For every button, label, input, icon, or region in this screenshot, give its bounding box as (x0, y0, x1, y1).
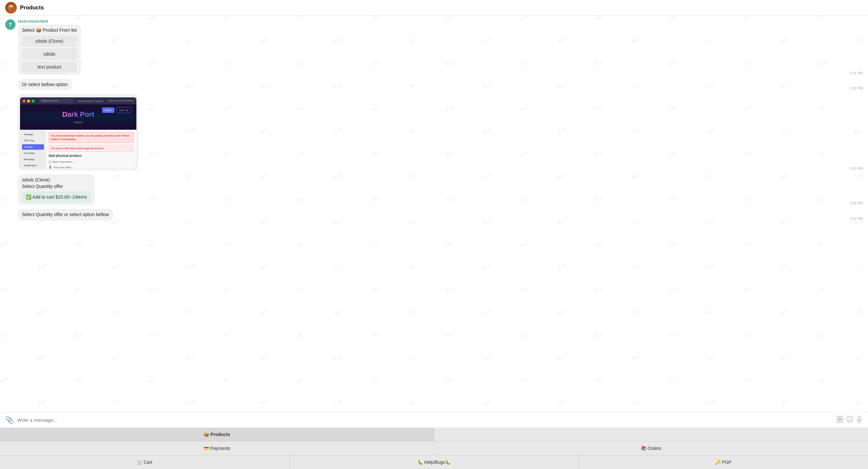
keyboard-btn-pgp[interactable]: 🔑 PGP (579, 456, 868, 469)
svg-rect-0 (837, 416, 840, 419)
svg-rect-1 (840, 416, 843, 419)
emoji-button[interactable] (846, 416, 853, 424)
sidebar-settings: Settings (22, 131, 44, 137)
mic-button[interactable] (856, 416, 863, 424)
bubble-text-2: Or select bellow option (22, 82, 68, 87)
attach-button[interactable]: 📎 (5, 416, 14, 424)
timestamp-4: 3:02 PM (849, 201, 863, 205)
timestamp-2: 3:02 PM (849, 86, 863, 90)
keyboard-row-3: 🛒 Cart 🐛 Help/Bugs🐛 🔑 PGP (0, 455, 868, 469)
img-bottom: Settings PDF Key Vendek Purchase Message… (20, 130, 136, 169)
bubble-wrap-2: Or select bellow option (18, 79, 72, 91)
form-label-basic: Basic information (53, 160, 72, 164)
img-body: Dark Port Market Log in Sign Up (20, 105, 136, 130)
timestamp-3: 3:02 PM (849, 167, 863, 171)
form-icon-price: 💲 (49, 165, 52, 169)
message-row-3: darkport.market/... Admin panel | Suppor… (5, 94, 863, 171)
img-main: You have JavaScript enabled, you are put… (46, 130, 136, 169)
keyboard-btn-cart[interactable]: 🛒 Cart (0, 456, 289, 469)
sidebar-vendek: Vendek (22, 144, 44, 150)
chat-header: 📦 Products (0, 0, 868, 16)
bubble-1: Select 📦 Product From list sdsds (Clone)… (18, 25, 81, 75)
message-row-4: sdsds (Clone) Select Quantity offer ✅ Ad… (5, 174, 863, 205)
header-avatar-emoji: 📦 (7, 4, 14, 11)
svg-point-4 (847, 416, 852, 422)
header-title: Products (20, 4, 44, 11)
sidebar-purchase: Purchase (22, 150, 44, 156)
signup-btn-img: Sign Up (116, 107, 131, 113)
message-row-1: T testconnectbot Select 📦 Product From l… (5, 19, 863, 75)
bubble-text-1: Select 📦 Product From list (22, 28, 77, 33)
chat-area: BOTBOTBOTBOTBOTBOTBOTBOTBOTBOTBOTBOTBOTB… (0, 16, 868, 412)
bubble-4: sdsds (Clone) Select Quantity offer ✅ Ad… (18, 174, 95, 205)
form-title: Add physical product (49, 154, 134, 158)
login-btn-img: Log in (102, 107, 115, 113)
keyboard-row-1: 📦 Products (0, 428, 868, 441)
button-text-product[interactable]: text product (22, 61, 77, 72)
bubble-text-5: Select Quantity offer or select option b… (22, 212, 109, 217)
message-group-5: Select Quantity offer or select option b… (5, 209, 863, 221)
message-group-4: sdsds (Clone) Select Quantity offer ✅ Ad… (5, 174, 863, 205)
avatar-testconnectbot: T (5, 20, 16, 30)
button-sdsds[interactable]: sdsds (22, 49, 77, 60)
svg-rect-3 (840, 419, 843, 422)
message-input[interactable] (17, 417, 833, 423)
sticker-button[interactable] (836, 416, 843, 424)
input-bar: 📎 (0, 412, 868, 428)
sidebar-notification: Notification (22, 163, 44, 168)
bubble-2: Or select bellow option (18, 79, 72, 91)
warning-bar: You have JavaScript enabled, you are put… (49, 132, 134, 143)
input-right-icons (836, 416, 863, 424)
button-sdsds-clone[interactable]: sdsds (Clone) (22, 36, 77, 47)
message-row-2: Or select bellow option 3:02 PM (5, 79, 863, 91)
form-icon-basic: ⓘ (49, 160, 51, 164)
bubble-wrap-4: sdsds (Clone) Select Quantity offer ✅ Ad… (18, 174, 95, 205)
keyboard-btn-helpbugs[interactable]: 🐛 Help/Bugs🐛 (289, 456, 579, 469)
dot-red (23, 99, 26, 102)
add-to-cart-button[interactable]: ✅ Add to cart $10.00--1/items (22, 192, 91, 203)
error-notice: The picture field has invalid image dime… (49, 145, 134, 152)
form-label-price: Price and offers (53, 166, 71, 169)
message-group-2: Or select bellow option 3:02 PM (5, 79, 863, 91)
keyboard-btn-orders[interactable]: 📚 Orders (434, 441, 868, 455)
svg-point-5 (848, 418, 849, 419)
product-image-inner: darkport.market/... Admin panel | Suppor… (20, 97, 136, 169)
sender-name-1: testconnectbot (18, 19, 81, 24)
product-image: darkport.market/... Admin panel | Suppor… (20, 97, 136, 169)
img-topbar: darkport.market/... Admin panel | Suppor… (20, 97, 136, 105)
form-row-basic: ⓘ Basic information (49, 160, 134, 164)
bubble-5: Select Quantity offer or select option b… (18, 209, 113, 221)
keyboard-btn-empty[interactable] (434, 428, 868, 441)
img-sidebar: Settings PDF Key Vendek Purchase Message… (20, 130, 46, 169)
form-row-price: 💲 Price and offers (49, 165, 134, 169)
svg-point-6 (850, 418, 851, 419)
dot-yellow (27, 99, 30, 102)
dark-port-sub: Market (62, 120, 94, 124)
message-group-1: T testconnectbot Select 📦 Product From l… (5, 19, 863, 75)
message-row-5: Select Quantity offer or select option b… (5, 209, 863, 221)
bubble-wrap-1: testconnectbot Select 📦 Product From lis… (18, 19, 81, 75)
svg-rect-2 (837, 419, 840, 422)
bubble-wrap-3: darkport.market/... Admin panel | Suppor… (18, 94, 138, 171)
bubble-wrap-5: Select Quantity offer or select option b… (18, 209, 113, 221)
keyboard-row-2: 💳 Payments 📚 Orders (0, 441, 868, 455)
chat-content: T testconnectbot Select 📦 Product From l… (0, 16, 868, 228)
header-avatar: 📦 (5, 2, 17, 13)
url-bar: darkport.market/... (39, 99, 73, 103)
svg-rect-7 (858, 416, 860, 420)
keyboard-btn-products[interactable]: 📦 Products (0, 428, 434, 441)
dark-port-logo: Dark Port (62, 110, 94, 120)
timestamp-5: 3:02 PM (849, 217, 863, 221)
select-qty-text: Select Quantity offer (22, 183, 91, 190)
product-name-text: sdsds (Clone) (22, 177, 91, 183)
keyboard-btn-payments[interactable]: 💳 Payments (0, 441, 434, 455)
message-group-3: darkport.market/... Admin panel | Suppor… (5, 94, 863, 171)
dot-green (32, 99, 35, 102)
timestamp-1: 3:01 PM (849, 71, 863, 75)
sidebar-message: Message (22, 156, 44, 162)
sidebar-pdf-key: PDF Key (22, 138, 44, 143)
bitcoin-text: ₿ Bitcoin btc/USD $36743 (108, 99, 134, 102)
img-top-buttons: Log in Sign Up (102, 107, 131, 113)
bubble-image: darkport.market/... Admin panel | Suppor… (18, 94, 138, 171)
img-topbar-text: Admin panel | Support (78, 99, 103, 103)
